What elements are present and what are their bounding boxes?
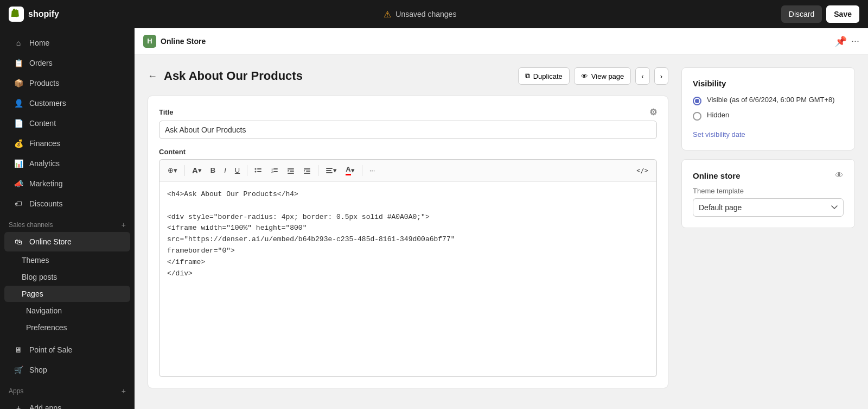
sidebar-item-content[interactable]: 📄 Content [4, 114, 130, 133]
online-store-title: Online store [693, 171, 741, 180]
discard-button[interactable]: Discard [781, 5, 822, 23]
sidebar-item-online-store[interactable]: 🛍 Online Store [4, 232, 130, 251]
view-page-button[interactable]: 👁 View page [574, 67, 631, 85]
rte-more-btn[interactable]: ··· [366, 164, 379, 177]
sidebar-sub-item-themes[interactable]: Themes [4, 252, 130, 268]
rte-toolbar: ⊕ ▾ A ▾ B I U [159, 159, 657, 181]
svg-rect-14 [326, 168, 333, 169]
svg-rect-5 [273, 168, 278, 169]
theme-template-select[interactable]: Default page Contact FAQ [693, 198, 844, 217]
more-options-button[interactable]: ··· [851, 35, 859, 47]
svg-rect-8 [288, 168, 294, 169]
sidebar-item-point-of-sale[interactable]: 🖥 Point of Sale [4, 340, 130, 360]
theme-template-label: Theme template [693, 187, 844, 195]
home-icon: ⌂ [13, 37, 24, 48]
sidebar-item-home[interactable]: ⌂ Home [4, 33, 130, 53]
sidebar-item-analytics[interactable]: 📊 Analytics [4, 154, 130, 173]
sidebar-sub-item-pages[interactable]: Pages [4, 286, 130, 302]
layout: ⌂ Home 📋 Orders 📦 Products 👤 Customers 📄… [0, 28, 868, 409]
sales-channels-label: Sales channels + [0, 214, 135, 231]
online-store-header: Online store 👁 [693, 171, 844, 180]
visible-text: Visible (as of 6/6/2024, 6:00 PM GMT+8) [707, 96, 835, 104]
rte-numbered-list-btn[interactable]: 1.2. [267, 165, 282, 177]
apps-expand-icon[interactable]: + [122, 387, 126, 395]
hidden-radio[interactable] [693, 112, 701, 121]
sidebar-item-label-online-store: Online Store [29, 237, 72, 246]
sidebar-item-marketing[interactable]: 📣 Marketing [4, 174, 130, 193]
sidebar-sub-item-blog-posts[interactable]: Blog posts [4, 269, 130, 285]
rte-code-btn[interactable]: </> [633, 165, 652, 177]
page-editor: ← Ask About Our Products ⧉ Duplicate 👁 V… [135, 54, 868, 409]
pin-button[interactable]: 📌 [835, 35, 847, 47]
text-chevron-icon: ▾ [198, 166, 202, 174]
online-store-eye-icon[interactable]: 👁 [835, 171, 844, 180]
sidebar-sub-label-pages: Pages [22, 290, 43, 298]
sidebar-item-label-marketing: Marketing [29, 179, 62, 188]
visible-option[interactable]: Visible (as of 6/6/2024, 6:00 PM GMT+8) [693, 96, 844, 105]
finances-icon: 💰 [13, 138, 24, 149]
rte-sep-3 [318, 165, 318, 176]
sidebar-item-discounts[interactable]: 🏷 Discounts [4, 194, 130, 213]
text-format-icon: A [192, 166, 198, 175]
svg-rect-7 [273, 171, 278, 172]
rte-format-btn[interactable]: ⊕ ▾ [164, 164, 181, 177]
rte-bold-btn[interactable]: B [207, 164, 219, 177]
sidebar-item-label-pos: Point of Sale [29, 345, 72, 354]
rte-underline-btn[interactable]: U [231, 164, 244, 177]
hidden-text: Hidden [707, 111, 729, 119]
svg-rect-10 [288, 173, 294, 174]
rte-outdent-btn[interactable] [283, 165, 298, 177]
unsaved-changes-notice: ⚠ Unsaved changes [384, 9, 456, 20]
set-visibility-link[interactable]: Set visibility date [693, 130, 745, 139]
sidebar-sub-label-blog-posts: Blog posts [22, 273, 57, 281]
topbar-actions: Discard Save [781, 5, 859, 23]
title-input[interactable] [159, 121, 657, 139]
save-button[interactable]: Save [826, 5, 859, 23]
sidebar-sub-label-themes: Themes [22, 256, 49, 265]
analytics-icon: 📊 [13, 158, 24, 169]
svg-rect-16 [326, 172, 333, 173]
topbar: shopify ⚠ Unsaved changes Discard Save [0, 0, 868, 28]
sidebar-item-label-home: Home [29, 39, 49, 47]
sidebar-item-label-add-apps: Add apps [29, 404, 61, 409]
rte-content[interactable]: <h4>Ask About Our Products</h4> <div sty… [159, 181, 657, 377]
sidebar-item-add-apps[interactable]: + Add apps [4, 398, 130, 409]
rte-text-btn[interactable]: A ▾ [188, 163, 206, 177]
back-button[interactable]: ← [148, 71, 157, 82]
rte-font-color-btn[interactable]: A ▾ [342, 163, 358, 178]
visible-radio[interactable] [693, 97, 701, 105]
sales-channels-expand-icon[interactable]: + [122, 221, 126, 229]
sidebar-sub-item-preferences[interactable]: Preferences [13, 319, 130, 336]
rte-italic-btn[interactable]: I [220, 164, 230, 177]
sidebar-item-customers[interactable]: 👤 Customers [4, 93, 130, 113]
rte-align-btn[interactable]: ▾ [322, 164, 341, 177]
prev-page-button[interactable]: ‹ [635, 67, 649, 85]
secondary-bar-right: 📌 ··· [835, 35, 859, 47]
topbar-left: shopify [9, 7, 59, 22]
sidebar-item-shop[interactable]: 🛒 Shop [4, 360, 130, 380]
add-apps-icon: + [13, 402, 24, 409]
sidebar-item-products[interactable]: 📦 Products [4, 73, 130, 93]
visibility-card: Visibility Visible (as of 6/6/2024, 6:00… [681, 67, 855, 150]
settings-icon[interactable]: ⚙ [649, 107, 657, 117]
hidden-option[interactable]: Hidden [693, 111, 844, 121]
pos-icon: 🖥 [13, 344, 24, 355]
format-icon: ⊕ [168, 166, 174, 174]
rte-sep-2 [247, 165, 247, 176]
sidebar-item-finances[interactable]: 💰 Finances [4, 134, 130, 153]
page-title: Ask About Our Products [164, 69, 303, 83]
editor-right: Visibility Visible (as of 6/6/2024, 6:00… [681, 67, 855, 237]
secondary-bar-title: Online Store [161, 37, 206, 46]
shopify-logo-icon [9, 7, 24, 22]
sidebar-item-orders[interactable]: 📋 Orders [4, 53, 130, 73]
sidebar-sub-item-navigation[interactable]: Navigation [13, 303, 130, 319]
shopify-logo: shopify [9, 7, 59, 22]
svg-rect-9 [290, 171, 294, 172]
store-green-icon: H [143, 35, 156, 48]
rte-sep-4 [362, 165, 362, 176]
apps-label: Apps + [0, 380, 135, 398]
rte-indent-btn[interactable] [299, 165, 315, 177]
rte-bullet-list-btn[interactable] [251, 165, 266, 177]
next-page-button[interactable]: › [654, 67, 668, 85]
duplicate-button[interactable]: ⧉ Duplicate [518, 67, 570, 85]
